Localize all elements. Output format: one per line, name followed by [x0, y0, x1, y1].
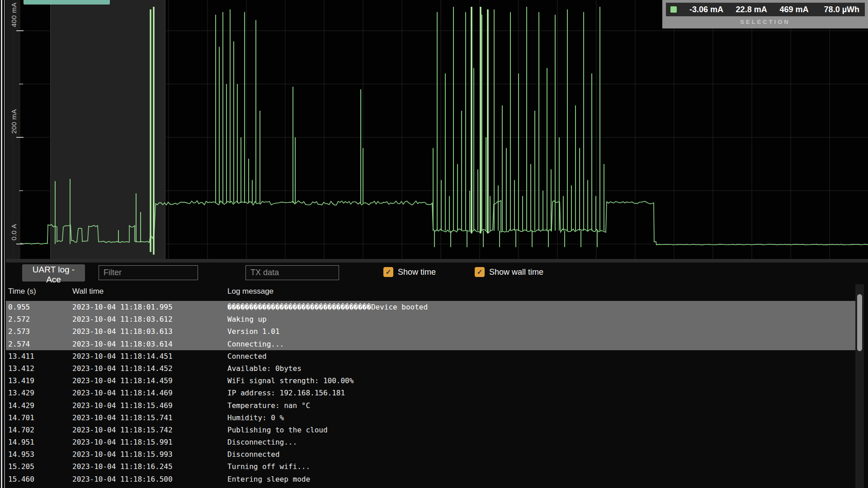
log-cell-wall: 2023-10-04 11:18:03.614: [72, 338, 173, 350]
log-cell-msg: Version 1.01: [227, 325, 280, 338]
stat-charge: 78.0 µWh: [809, 5, 859, 14]
log-cell-msg: WiFi signal strength: 100.00%: [227, 375, 354, 387]
log-cell-wall: 2023-10-04 11:18:03.612: [72, 313, 173, 325]
log-row[interactable]: 15.2052023-10-04 11:18:16.245Turning off…: [0, 460, 856, 473]
log-row[interactable]: 13.4192023-10-04 11:18:14.459WiFi signal…: [0, 375, 856, 387]
log-cell-time: 13.411: [8, 350, 34, 362]
log-cell-time: 0.955: [8, 301, 30, 313]
y-axis-major-tick: [16, 137, 24, 138]
log-cell-msg: Publishing to the cloud: [227, 424, 328, 436]
log-cell-wall: 2023-10-04 11:18:15.469: [72, 399, 173, 412]
log-cell-time: 13.429: [8, 387, 34, 399]
log-row[interactable]: 13.4122023-10-04 11:18:14.452Available: …: [0, 362, 856, 375]
log-cell-wall: 2023-10-04 11:18:14.451: [72, 350, 173, 362]
filter-input[interactable]: [99, 265, 198, 280]
log-cell-msg: Available: 0bytes: [227, 362, 302, 375]
log-cell-msg: Connected: [227, 350, 267, 362]
log-cell-msg: Waking up: [227, 313, 267, 325]
log-cell-wall: 2023-10-04 11:18:15.742: [72, 424, 173, 436]
show-wall-time-label: Show wall time: [489, 267, 543, 277]
log-row[interactable]: 13.4112023-10-04 11:18:14.451Connected: [0, 350, 856, 362]
show-wall-time-checkbox[interactable]: ✓: [475, 267, 485, 277]
log-cell-time: 15.205: [8, 460, 34, 473]
log-row[interactable]: 14.4292023-10-04 11:18:15.469Temperature…: [0, 399, 856, 412]
log-cell-wall: 2023-10-04 11:18:15.741: [72, 412, 173, 424]
log-row[interactable]: 14.7022023-10-04 11:18:15.742Publishing …: [0, 424, 856, 436]
stat-avg: 22.8 mA: [723, 5, 767, 14]
header-log-message: Log message: [227, 287, 274, 296]
selection-stats-values: -3.06 mA 22.8 mA 469 mA 78.0 µWh: [666, 3, 865, 16]
log-scrollbar-thumb[interactable]: [857, 294, 862, 351]
log-cell-time: 14.429: [8, 399, 34, 412]
log-cell-time: 14.702: [8, 424, 34, 436]
log-row[interactable]: 14.9532023-10-04 11:18:15.993Disconnecte…: [0, 448, 856, 460]
y-axis-label: 0.0 A: [10, 224, 18, 240]
show-time-label: Show time: [398, 267, 436, 277]
trace-legend-swatch: [670, 6, 677, 13]
log-cell-time: 2.574: [8, 338, 30, 350]
overview-pan-bar[interactable]: [24, 0, 110, 5]
log-cell-time: 14.951: [8, 436, 34, 448]
log-row[interactable]: 2.5722023-10-04 11:18:03.612Waking up: [0, 313, 856, 325]
log-row[interactable]: 0.9552023-10-04 11:18:01.995������������…: [0, 301, 856, 313]
log-cell-wall: 2023-10-04 11:18:14.459: [72, 375, 173, 387]
log-row[interactable]: 14.7012023-10-04 11:18:15.741Humidity: 0…: [0, 412, 856, 424]
y-axis-minor-tick: [19, 84, 23, 84]
log-table-header: Time (s) Wall time Log message: [0, 284, 856, 298]
log-row[interactable]: 15.4602023-10-04 11:18:16.500Entering sl…: [0, 473, 856, 485]
selection-caption: SELECTION: [662, 16, 868, 27]
y-axis-minor-tick: [19, 190, 23, 191]
show-time-option: ✓ Show time: [383, 267, 436, 277]
power-trace: [0, 0, 868, 259]
log-cell-msg: Temperature: nan °C: [227, 399, 310, 412]
window-edge: [0, 0, 6, 488]
log-toolbar: UART log - Ace ✓ Show time ✓ Show wall t…: [0, 263, 868, 283]
log-cell-msg: ���������������������������������Device …: [227, 301, 428, 313]
log-cell-msg: Disconnected: [227, 448, 280, 460]
log-cell-msg: Humidity: 0 %: [227, 412, 284, 424]
y-axis-major-tick: [16, 244, 24, 244]
log-cell-wall: 2023-10-04 11:18:01.995: [72, 301, 173, 313]
log-cell-msg: IP address: 192.168.156.181: [227, 387, 345, 399]
header-time: Time (s): [8, 287, 36, 296]
log-row[interactable]: 13.4292023-10-04 11:18:14.469IP address:…: [0, 387, 856, 399]
log-row[interactable]: 14.9512023-10-04 11:18:15.991Disconnecti…: [0, 436, 856, 448]
y-axis-label: 200 mA: [10, 109, 18, 134]
log-cell-wall: 2023-10-04 11:18:14.469: [72, 387, 173, 399]
uart-log-panel: UART log - Ace ✓ Show time ✓ Show wall t…: [0, 263, 868, 488]
log-cell-time: 14.953: [8, 448, 34, 460]
show-wall-time-option: ✓ Show wall time: [475, 267, 543, 277]
log-cell-wall: 2023-10-04 11:18:16.245: [72, 460, 173, 473]
log-cell-time: 14.701: [8, 412, 34, 424]
y-axis-label: 400 mA: [10, 2, 18, 27]
log-rows: 0.9552023-10-04 11:18:01.995������������…: [0, 301, 856, 485]
log-cell-wall: 2023-10-04 11:18:15.991: [72, 436, 173, 448]
log-cell-msg: Turning off wifi...: [227, 460, 310, 473]
log-cell-time: 13.412: [8, 362, 34, 375]
log-cell-time: 15.460: [8, 473, 34, 485]
tx-data-input[interactable]: [245, 265, 339, 280]
log-cell-time: 2.572: [8, 313, 30, 325]
panel-divider[interactable]: [0, 259, 868, 263]
y-axis-major-tick: [16, 30, 24, 31]
log-cell-msg: Connecting...: [227, 338, 284, 350]
log-cell-wall: 2023-10-04 11:18:16.500: [72, 473, 173, 485]
log-cell-time: 13.419: [8, 375, 34, 387]
log-cell-wall: 2023-10-04 11:18:03.613: [72, 325, 173, 338]
log-cell-msg: Disconnecting...: [227, 436, 297, 448]
header-wall-time: Wall time: [72, 287, 104, 296]
log-row[interactable]: 2.5732023-10-04 11:18:03.613Version 1.01: [0, 325, 856, 338]
log-cell-wall: 2023-10-04 11:18:14.452: [72, 362, 173, 375]
log-cell-wall: 2023-10-04 11:18:15.993: [72, 448, 173, 460]
log-scrollbar-track[interactable]: [855, 284, 864, 488]
uart-source-button[interactable]: UART log - Ace: [22, 264, 85, 282]
show-time-checkbox[interactable]: ✓: [383, 267, 393, 277]
stat-max: 469 mA: [767, 5, 809, 14]
log-cell-msg: Entering sleep mode: [227, 473, 310, 485]
stat-min: -3.06 mA: [677, 5, 723, 14]
power-chart-panel[interactable]: 400 mA200 mA0.0 A -3.06 mA 22.8 mA 469 m…: [0, 0, 868, 259]
selection-stats-box: -3.06 mA 22.8 mA 469 mA 78.0 µWh SELECTI…: [662, 0, 868, 28]
log-row[interactable]: 2.5742023-10-04 11:18:03.614Connecting..…: [0, 338, 856, 350]
log-cell-time: 2.573: [8, 325, 30, 338]
